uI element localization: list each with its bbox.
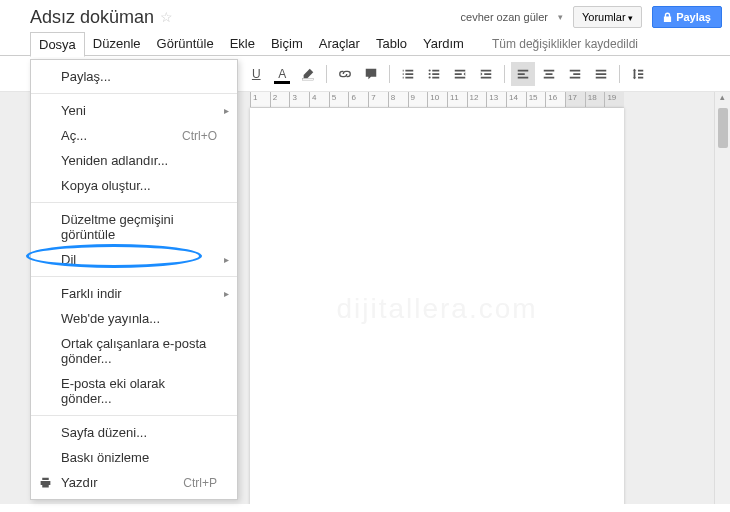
svg-rect-0 <box>303 78 314 80</box>
comments-button[interactable]: Yorumlar <box>573 6 642 28</box>
user-menu-arrow[interactable]: ▾ <box>558 12 563 22</box>
print-icon <box>39 476 52 489</box>
menu-araclar[interactable]: Araçlar <box>311 32 368 55</box>
menu-email-attachment[interactable]: E-posta eki olarak gönder... <box>31 371 237 411</box>
menu-copy[interactable]: Kopya oluştur... <box>31 173 237 198</box>
user-name[interactable]: cevher ozan güler <box>461 11 548 23</box>
comment-icon[interactable] <box>359 62 383 86</box>
menu-bicim[interactable]: Biçim <box>263 32 311 55</box>
ruler[interactable]: 1 2 3 4 5 6 7 8 9 10 11 12 13 14 15 16 1… <box>250 92 624 108</box>
align-right-icon[interactable] <box>563 62 587 86</box>
menu-share[interactable]: Paylaş... <box>31 64 237 89</box>
align-justify-icon[interactable] <box>589 62 613 86</box>
share-button[interactable]: Paylaş <box>652 6 722 28</box>
highlight-color-icon[interactable] <box>296 62 320 86</box>
outdent-icon[interactable] <box>448 62 472 86</box>
document-page[interactable]: dijitallera.com <box>250 108 624 504</box>
print-shortcut: Ctrl+P <box>183 476 217 490</box>
menu-language[interactable]: Dil <box>31 247 237 272</box>
align-center-icon[interactable] <box>537 62 561 86</box>
menu-publish[interactable]: Web'de yayınla... <box>31 306 237 331</box>
document-title[interactable]: Adsız doküman <box>30 7 154 28</box>
svg-point-3 <box>429 76 431 78</box>
text-color-icon[interactable]: A <box>270 62 294 86</box>
save-status: Tüm değişiklikler kaydedildi <box>492 37 638 51</box>
menu-page-setup[interactable]: Sayfa düzeni... <box>31 420 237 445</box>
menu-dosya[interactable]: Dosya <box>30 32 85 57</box>
menu-open[interactable]: Aç... Ctrl+O <box>31 123 237 148</box>
menu-print[interactable]: Yazdır Ctrl+P <box>31 470 237 495</box>
bullet-list-icon[interactable] <box>422 62 446 86</box>
menu-email-collaborators[interactable]: Ortak çalışanlara e-posta gönder... <box>31 331 237 371</box>
watermark: dijitallera.com <box>336 293 537 325</box>
menu-duzenle[interactable]: Düzenle <box>85 32 149 55</box>
open-shortcut: Ctrl+O <box>182 129 217 143</box>
menubar: Dosya Düzenle Görüntüle Ekle Biçim Araçl… <box>0 28 730 56</box>
menu-yardim[interactable]: Yardım <box>415 32 472 55</box>
menu-download[interactable]: Farklı indir <box>31 281 237 306</box>
file-menu-dropdown: Paylaş... Yeni Aç... Ctrl+O Yeniden adla… <box>30 59 238 500</box>
menu-rename[interactable]: Yeniden adlandır... <box>31 148 237 173</box>
scroll-thumb[interactable] <box>718 108 728 148</box>
star-icon[interactable]: ☆ <box>160 9 173 25</box>
svg-point-2 <box>429 72 431 74</box>
menu-ekle[interactable]: Ekle <box>222 32 263 55</box>
menu-new[interactable]: Yeni <box>31 98 237 123</box>
link-icon[interactable] <box>333 62 357 86</box>
menu-goruntule[interactable]: Görüntüle <box>149 32 222 55</box>
share-button-label: Paylaş <box>676 11 711 23</box>
menu-tablo[interactable]: Tablo <box>368 32 415 55</box>
vertical-scrollbar[interactable]: ▴ <box>714 92 730 504</box>
align-left-icon[interactable] <box>511 62 535 86</box>
lock-icon <box>663 12 672 23</box>
numbered-list-icon[interactable] <box>396 62 420 86</box>
menu-revisions[interactable]: Düzeltme geçmişini görüntüle <box>31 207 237 247</box>
indent-icon[interactable] <box>474 62 498 86</box>
line-spacing-icon[interactable] <box>626 62 650 86</box>
svg-point-1 <box>429 69 431 71</box>
menu-print-preview[interactable]: Baskı önizleme <box>31 445 237 470</box>
underline-icon[interactable]: U <box>244 62 268 86</box>
